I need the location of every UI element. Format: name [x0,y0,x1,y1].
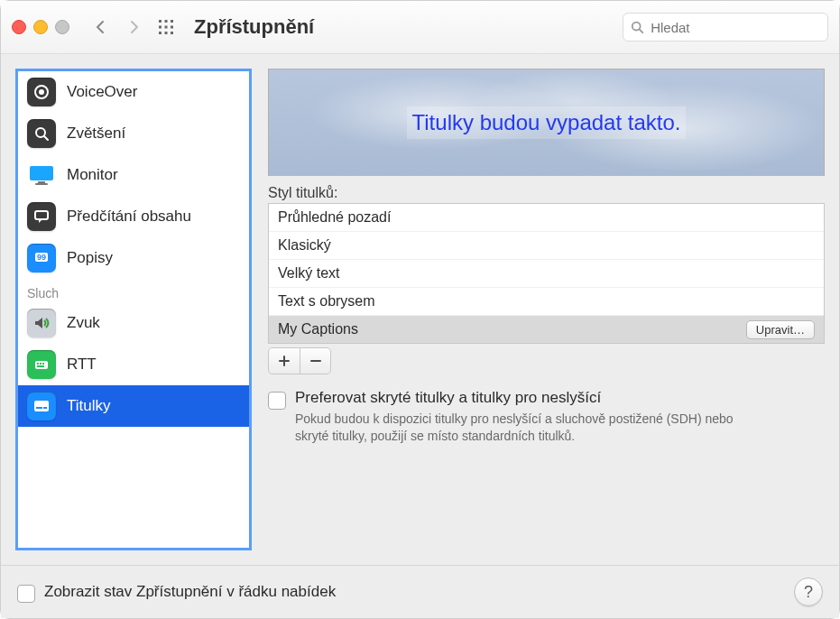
svg-rect-22 [37,363,39,365]
svg-rect-17 [35,183,48,185]
zoom-window-button[interactable] [55,20,69,34]
sidebar-item-speak-content[interactable]: Předčítání obsahu [18,196,249,237]
prefer-sdh-description: Pokud budou k dispozici titulky pro nesl… [295,411,764,445]
show-all-button[interactable] [154,15,178,39]
minimize-window-button[interactable] [33,20,48,34]
forward-button[interactable] [122,15,145,39]
sidebar-item-captions[interactable]: Titulky [18,385,249,427]
page-title: Zpřístupnění [194,15,314,39]
preferences-window: Zpřístupnění VoiceOver [0,0,840,619]
remove-style-button[interactable] [300,348,330,374]
sidebar-item-voiceover[interactable]: VoiceOver [18,71,249,113]
svg-rect-4 [165,26,168,29]
show-status-checkbox[interactable] [17,585,35,603]
svg-rect-23 [40,363,42,365]
prefer-sdh-row: Preferovat skryté titulky a titulky pro … [268,389,825,445]
svg-rect-24 [42,363,44,365]
style-row[interactable]: Klasický [269,232,824,260]
style-name: Text s obrysem [278,293,375,310]
edit-style-button[interactable]: Upravit… [746,320,815,339]
help-icon: ? [804,583,813,602]
svg-rect-28 [43,407,47,409]
svg-rect-25 [37,365,44,367]
minus-icon [309,354,323,368]
sidebar-item-descriptions[interactable]: 99 Popisy [18,237,249,279]
style-row[interactable]: Text s obrysem [269,288,824,316]
chevron-right-icon [126,20,141,34]
sidebar-item-label: RTT [67,356,97,374]
plus-icon [277,354,291,368]
main-area: VoiceOver Zvětšení Monitor [1,54,839,565]
style-name: Průhledné pozadí [278,209,391,226]
sidebar: VoiceOver Zvětšení Monitor [15,69,252,550]
caption-preview: Titulky budou vypadat takto. [268,69,825,176]
svg-rect-8 [171,32,173,34]
style-name: Klasický [278,237,331,254]
search-input[interactable] [649,19,820,36]
help-button[interactable]: ? [794,577,823,606]
svg-line-14 [44,136,48,140]
svg-rect-15 [30,166,53,180]
rtt-icon [27,350,56,379]
svg-rect-27 [36,407,42,409]
speaker-icon [27,309,56,337]
sidebar-item-display[interactable]: Monitor [18,154,249,196]
svg-point-12 [39,89,44,95]
caption-preview-text: Titulky budou vypadat takto. [407,106,687,139]
svg-rect-2 [171,20,173,23]
captions-pane: Titulky budou vypadat takto. Styl titulk… [268,69,825,550]
style-row[interactable]: Průhledné pozadí [269,204,824,232]
svg-rect-1 [165,20,168,23]
add-style-button[interactable] [269,348,300,374]
show-status-label: Zobrazit stav Zpřístupnění v řádku nabíd… [44,583,336,601]
sidebar-group-hearing: Sluch [18,279,249,302]
sidebar-item-label: Monitor [67,166,118,184]
prefer-sdh-checkbox[interactable] [268,392,286,410]
zoom-icon [27,119,56,148]
back-button[interactable] [89,15,113,39]
footer: Zobrazit stav Zpřístupnění v řádku nabíd… [1,565,839,618]
grid-icon [157,18,175,36]
sidebar-item-label: VoiceOver [67,83,137,101]
voiceover-icon [27,78,56,106]
sidebar-item-rtt[interactable]: RTT [18,344,249,385]
style-row[interactable]: Velký text [269,260,824,288]
sidebar-item-label: Titulky [67,397,111,415]
sidebar-item-label: Zvětšení [67,125,125,143]
prefer-sdh-label: Preferovat skryté titulky a titulky pro … [295,389,764,407]
sidebar-item-zoom[interactable]: Zvětšení [18,113,249,154]
style-name: My Captions [278,321,358,337]
svg-rect-0 [159,20,162,23]
style-list-label: Styl titulků: [268,185,825,201]
search-icon [631,20,643,34]
svg-rect-21 [35,361,48,369]
sidebar-item-audio[interactable]: Zvuk [18,302,249,344]
svg-rect-5 [171,26,173,29]
svg-text:99: 99 [37,253,46,262]
add-remove-group [268,347,331,374]
descriptions-icon: 99 [27,244,56,273]
style-name: Velký text [278,265,339,282]
speech-bubble-icon [27,202,56,231]
search-field[interactable] [623,13,828,42]
window-body: VoiceOver Zvětšení Monitor [1,54,839,618]
svg-rect-7 [165,32,168,34]
sidebar-item-label: Popisy [67,249,113,267]
svg-rect-26 [34,401,49,411]
svg-rect-18 [35,211,48,219]
sidebar-item-label: Předčítání obsahu [67,208,191,226]
style-row-selected[interactable]: My Captions Upravit… [269,316,824,343]
svg-rect-3 [159,26,162,29]
window-controls [12,20,69,34]
chevron-left-icon [94,20,108,34]
caption-style-list[interactable]: Průhledné pozadí Klasický Velký text Tex… [268,203,825,344]
toolbar: Zpřístupnění [1,1,839,54]
svg-line-10 [640,30,643,33]
display-icon [27,161,56,189]
svg-rect-6 [159,32,162,34]
sidebar-item-label: Zvuk [67,314,100,332]
svg-rect-16 [38,181,45,183]
captions-icon [27,392,56,420]
close-window-button[interactable] [12,20,26,34]
